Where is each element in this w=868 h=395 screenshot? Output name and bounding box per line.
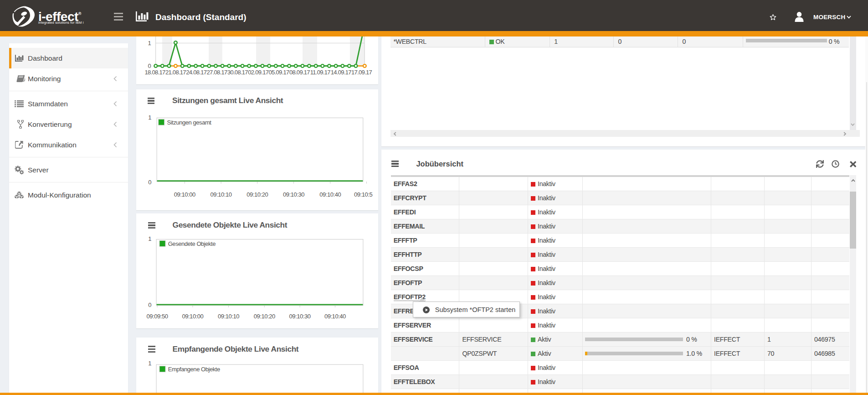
- svg-text:09:10:5: 09:10:5: [354, 191, 372, 198]
- svg-text:09:10:30: 09:10:30: [283, 191, 304, 198]
- svg-text:1: 1: [148, 40, 151, 47]
- svg-text:0: 0: [148, 301, 151, 308]
- svg-text:14.09.17: 14.09.17: [331, 69, 351, 76]
- svg-text:09:10:40: 09:10:40: [324, 313, 346, 320]
- svg-text:1: 1: [148, 360, 151, 367]
- svg-text:09:10:10: 09:10:10: [211, 191, 232, 198]
- svg-text:Gesendete Objekte: Gesendete Objekte: [168, 240, 216, 247]
- svg-text:18.08.17: 18.08.17: [144, 69, 165, 76]
- svg-text:09:10:10: 09:10:10: [218, 313, 239, 320]
- svg-text:0: 0: [148, 179, 151, 186]
- svg-text:09:10:00: 09:10:00: [174, 191, 195, 198]
- svg-text:08.09.17: 08.09.17: [289, 69, 310, 76]
- svg-text:09:10:40: 09:10:40: [319, 191, 341, 198]
- svg-text:0: 0: [148, 62, 151, 69]
- svg-text:21.08.17: 21.08.17: [165, 69, 186, 76]
- svg-text:30.08.17: 30.08.17: [227, 69, 248, 76]
- svg-text:05.09.17: 05.09.17: [269, 69, 289, 76]
- svg-text:02.09.17: 02.09.17: [248, 69, 268, 76]
- svg-text:09:10:20: 09:10:20: [247, 191, 268, 198]
- svg-text:Empfangene Objekte: Empfangene Objekte: [168, 366, 220, 373]
- svg-text:09:09:50: 09:09:50: [147, 313, 168, 320]
- svg-text:17.09.17: 17.09.17: [351, 69, 372, 76]
- svg-text:1: 1: [148, 114, 151, 121]
- svg-text:11.09.17: 11.09.17: [310, 69, 331, 76]
- svg-text:1: 1: [148, 235, 151, 242]
- svg-text:24.08.17: 24.08.17: [186, 69, 206, 76]
- svg-text:09:10:00: 09:10:00: [182, 313, 203, 320]
- svg-text:Sitzungen gesamt: Sitzungen gesamt: [167, 119, 212, 126]
- svg-text:27.08.17: 27.08.17: [206, 69, 227, 76]
- svg-text:09:10:20: 09:10:20: [254, 313, 275, 320]
- svg-text:09:10:30: 09:10:30: [289, 313, 311, 320]
